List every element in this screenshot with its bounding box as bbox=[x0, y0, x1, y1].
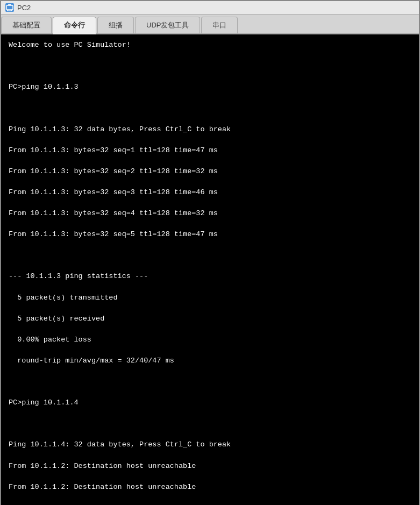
main-window: PC2 基础配置 命令行 组播 UDP发包工具 串口 Welcome to us… bbox=[0, 0, 420, 505]
terminal-line bbox=[9, 418, 411, 429]
tab-cmd[interactable]: 命令行 bbox=[53, 17, 96, 34]
terminal-line: 5 packet(s) received bbox=[9, 314, 411, 324]
terminal-line: From 10.1.1.3: bytes=32 seq=1 ttl=128 ti… bbox=[9, 145, 411, 156]
window-icon bbox=[5, 3, 14, 12]
tab-group[interactable]: 组播 bbox=[97, 17, 134, 33]
tab-serial[interactable]: 串口 bbox=[201, 17, 238, 33]
terminal-line bbox=[9, 61, 411, 72]
terminal-line: 5 packet(s) transmitted bbox=[9, 293, 411, 303]
svg-rect-1 bbox=[8, 4, 11, 5]
terminal-line bbox=[9, 250, 411, 261]
terminal-line: From 10.1.1.3: bytes=32 seq=5 ttl=128 ti… bbox=[9, 229, 411, 240]
terminal-output[interactable]: Welcome to use PC Simulator! PC>ping 10.… bbox=[1, 34, 419, 505]
terminal-line: From 10.1.1.3: bytes=32 seq=2 ttl=128 ti… bbox=[9, 166, 411, 177]
window-title: PC2 bbox=[17, 4, 31, 12]
terminal-line: 0.00% packet loss bbox=[9, 335, 411, 345]
terminal-line: From 10.1.1.2: Destination host unreacha… bbox=[9, 461, 411, 472]
tab-basic[interactable]: 基础配置 bbox=[1, 17, 52, 33]
terminal-line: PC>ping 10.1.1.3 bbox=[9, 82, 411, 93]
svg-rect-0 bbox=[6, 5, 13, 10]
terminal-line: From 10.1.1.2: Destination host unreacha… bbox=[9, 503, 411, 505]
terminal-line: From 10.1.1.2: Destination host unreacha… bbox=[9, 482, 411, 493]
tab-bar: 基础配置 命令行 组播 UDP发包工具 串口 bbox=[1, 15, 419, 34]
terminal-container: Welcome to use PC Simulator! PC>ping 10.… bbox=[1, 34, 419, 505]
terminal-line: round-trip min/avg/max = 32/40/47 ms bbox=[9, 355, 411, 366]
terminal-line: PC>ping 10.1.1.4 bbox=[9, 397, 411, 408]
tab-udp[interactable]: UDP发包工具 bbox=[135, 17, 200, 33]
terminal-line: From 10.1.1.3: bytes=32 seq=3 ttl=128 ti… bbox=[9, 187, 411, 198]
terminal-line bbox=[9, 376, 411, 387]
terminal-line: Ping 10.1.1.3: 32 data bytes, Press Ctrl… bbox=[9, 124, 411, 135]
terminal-line bbox=[9, 103, 411, 113]
terminal-line: From 10.1.1.3: bytes=32 seq=4 ttl=128 ti… bbox=[9, 208, 411, 219]
title-bar: PC2 bbox=[1, 1, 419, 15]
terminal-line: Ping 10.1.1.4: 32 data bytes, Press Ctrl… bbox=[9, 439, 411, 450]
terminal-line: --- 10.1.1.3 ping statistics --- bbox=[9, 271, 411, 282]
terminal-line: Welcome to use PC Simulator! bbox=[9, 40, 411, 51]
